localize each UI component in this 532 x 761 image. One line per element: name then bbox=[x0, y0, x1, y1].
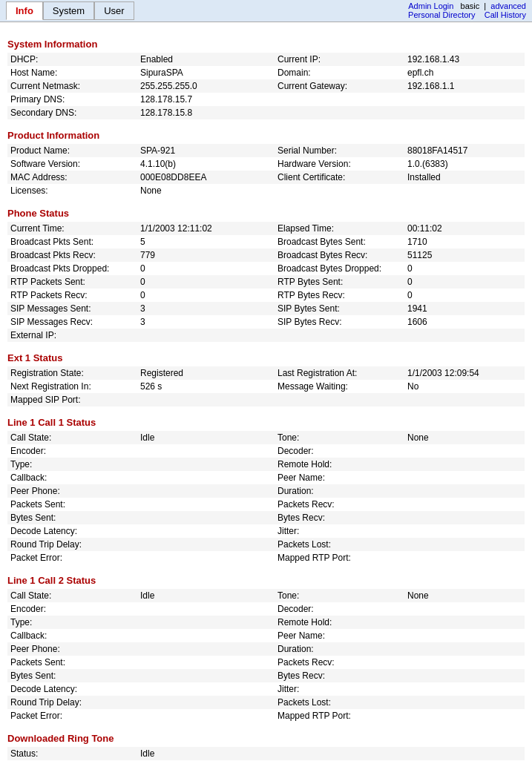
table-row: Bytes Sent: Bytes Recv: bbox=[7, 669, 525, 682]
table-row: Type: Remote Hold: bbox=[7, 616, 525, 629]
table-row: Software Version: 4.1.10(b) Hardware Ver… bbox=[7, 157, 525, 171]
table-row: Host Name: SipuraSPA Domain: epfl.ch bbox=[7, 66, 525, 79]
table-row: Peer Phone: Duration: bbox=[7, 642, 525, 656]
tab-user[interactable]: User bbox=[94, 1, 134, 20]
table-row: Broadcast Pkts Dropped: 0 Broadcast Byte… bbox=[7, 262, 525, 275]
table-row: SIP Messages Sent: 3 SIP Bytes Sent: 194… bbox=[7, 302, 525, 315]
product-info-table: Product Name: SPA-921 Serial Number: 880… bbox=[7, 144, 525, 197]
header-advanced-link[interactable]: advanced bbox=[490, 1, 526, 10]
tab-info[interactable]: Info bbox=[6, 1, 43, 20]
product-info-header: Product Information bbox=[7, 130, 525, 141]
personal-directory-link[interactable]: Personal Directory bbox=[408, 10, 475, 19]
table-row: Call State: Idle Tone: None bbox=[7, 589, 525, 602]
table-row: Product Name: SPA-921 Serial Number: 880… bbox=[7, 144, 525, 157]
ring-tone-header: Downloaded Ring Tone bbox=[7, 733, 525, 744]
header-basic: basic bbox=[461, 1, 480, 10]
table-row: Bytes Sent: Bytes Recv: bbox=[7, 511, 525, 524]
system-info-header: System Information bbox=[7, 39, 525, 50]
table-row: Broadcast Pkts Sent: 5 Broadcast Bytes S… bbox=[7, 235, 525, 248]
table-row: RTP Packets Recv: 0 RTP Bytes Recv: 0 bbox=[7, 289, 525, 302]
phone-status-header: Phone Status bbox=[7, 208, 525, 219]
header: Info System User Admin Login basic | adv… bbox=[0, 0, 532, 22]
table-row: Packets Sent: Packets Recv: bbox=[7, 656, 525, 669]
table-row: Packets Sent: Packets Recv: bbox=[7, 498, 525, 511]
ring-tone-table: Status: Idle Ring Tone 1: Not Installed … bbox=[7, 747, 525, 761]
table-row: Current Time: 1/1/2003 12:11:02 Elapsed … bbox=[7, 222, 525, 235]
table-row: MAC Address: 000E08DD8EEA Client Certifi… bbox=[7, 171, 525, 184]
table-row: Call State: Idle Tone: None bbox=[7, 431, 525, 444]
tab-system[interactable]: System bbox=[43, 1, 94, 20]
table-row: Packet Error: Mapped RTP Port: bbox=[7, 709, 525, 722]
table-row: Peer Phone: Duration: bbox=[7, 484, 525, 498]
table-row: External IP: bbox=[7, 329, 525, 342]
line1-call2-header: Line 1 Call 2 Status bbox=[7, 575, 525, 586]
table-row: Decode Latency: Jitter: bbox=[7, 524, 525, 538]
system-info-table: DHCP: Enabled Current IP: 192.168.1.43 H… bbox=[7, 53, 525, 119]
ext1-status-header: Ext 1 Status bbox=[7, 352, 525, 363]
table-row: Current Netmask: 255.255.255.0 Current G… bbox=[7, 79, 525, 93]
table-row: Secondary DNS: 128.178.15.8 bbox=[7, 106, 525, 119]
table-row: Next Registration In: 526 s Message Wait… bbox=[7, 380, 525, 393]
admin-login-link[interactable]: Admin Login bbox=[408, 1, 453, 10]
line1-call1-header: Line 1 Call 1 Status bbox=[7, 417, 525, 428]
line1-call2-table: Call State: Idle Tone: None Encoder: Dec… bbox=[7, 589, 525, 722]
table-row: Encoder: Decoder: bbox=[7, 602, 525, 616]
tab-bar: Info System User bbox=[6, 1, 134, 20]
table-row: Type: Remote Hold: bbox=[7, 458, 525, 471]
table-row: SIP Messages Recv: 3 SIP Bytes Recv: 160… bbox=[7, 315, 525, 329]
table-row: Round Trip Delay: Packets Lost: bbox=[7, 696, 525, 709]
call-history-link[interactable]: Call History bbox=[485, 10, 526, 19]
table-row: Status: Idle bbox=[7, 747, 525, 760]
table-row: Callback: Peer Name: bbox=[7, 471, 525, 484]
table-row: Primary DNS: 128.178.15.7 bbox=[7, 93, 525, 106]
table-row: Licenses: None bbox=[7, 184, 525, 197]
table-row: Encoder: Decoder: bbox=[7, 444, 525, 458]
table-row: Registration State: Registered Last Regi… bbox=[7, 366, 525, 380]
header-links: Admin Login basic | advanced Personal Di… bbox=[408, 1, 526, 19]
table-row: RTP Packets Sent: 0 RTP Bytes Sent: 0 bbox=[7, 275, 525, 289]
table-row: DHCP: Enabled Current IP: 192.168.1.43 bbox=[7, 53, 525, 66]
table-row: Decode Latency: Jitter: bbox=[7, 682, 525, 696]
table-row: Callback: Peer Name: bbox=[7, 629, 525, 642]
table-row: Mapped SIP Port: bbox=[7, 393, 525, 406]
ext1-status-table: Registration State: Registered Last Regi… bbox=[7, 366, 525, 406]
main-content: System Information DHCP: Enabled Current… bbox=[0, 22, 532, 761]
table-row: Packet Error: Mapped RTP Port: bbox=[7, 551, 525, 564]
table-row: Round Trip Delay: Packets Lost: bbox=[7, 538, 525, 551]
phone-status-table: Current Time: 1/1/2003 12:11:02 Elapsed … bbox=[7, 222, 525, 342]
line1-call1-table: Call State: Idle Tone: None Encoder: Dec… bbox=[7, 431, 525, 564]
table-row: Broadcast Pkts Recv: 779 Broadcast Bytes… bbox=[7, 248, 525, 262]
